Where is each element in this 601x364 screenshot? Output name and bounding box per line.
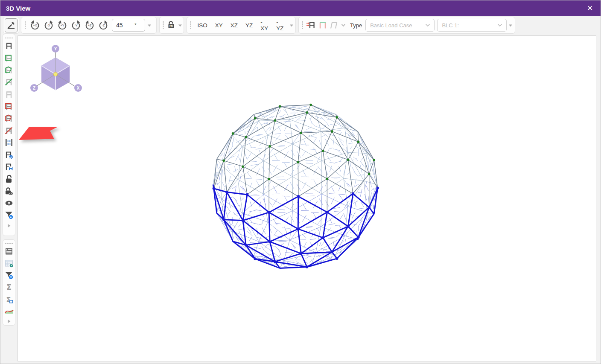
close-button[interactable]: ✕ [583,0,597,16]
sidebar-box-deselect[interactable] [3,101,15,112]
toolbar-group-settings [3,17,19,34]
load-display-dropdown[interactable] [508,17,514,33]
rotation-angle-field: ° [112,19,145,32]
panel-drag-handle[interactable] [5,37,13,39]
view-xz-button[interactable]: XZ [227,18,242,32]
view-minus-xy-button[interactable]: -XY [257,18,272,32]
sidebar-select-all-disabled[interactable] [3,89,15,100]
3d-view-window: 3D View ✕ +X [0,0,601,364]
lock-2d-dropdown[interactable] [177,17,183,33]
display-options-chevron[interactable] [340,17,347,33]
sidebar-sum-partial[interactable]: Σ [3,294,15,305]
svg-text:+Y: +Y [61,23,64,27]
sidebar-sum[interactable]: Σ [3,282,15,293]
chevron-down-icon [341,23,346,27]
toolbar: +X -X +Y [0,16,601,35]
frame-disabled-icon [4,90,14,99]
box-deselect-icon [4,102,14,111]
toolbar-group-views: ISO XY XZ YZ -XY -YZ [187,17,296,34]
sidebar-line-deselect[interactable] [3,125,15,136]
sidebar-box-select[interactable] [3,52,15,64]
group-drag-handle[interactable] [24,21,26,29]
rotate-cw-icon: -Y [70,20,82,31]
line-deselect-icon [4,126,14,135]
sidebar-invert-selection[interactable] [3,137,15,148]
show-mode-shape-button-disabled[interactable] [329,18,339,32]
load-case-type-combo[interactable]: Basic Load Case [365,19,435,32]
sidebar-filter-results[interactable] [3,270,15,281]
frame-gear-icon [4,150,14,160]
sidebar-filter-apply[interactable] [3,210,15,221]
svg-text:Σ: Σ [6,283,12,291]
window-title: 3D View [0,5,30,12]
rotate-minus-x-button[interactable]: -X [42,18,55,32]
view-iso-button[interactable]: ISO [193,18,211,32]
line-select-icon [4,77,14,87]
sidebar-selection-settings[interactable] [3,149,15,160]
rotate-plus-y-button[interactable]: +Y [55,18,69,32]
sidebar-lock-visible[interactable] [3,186,15,197]
svg-text:+X: +X [33,23,37,27]
view-yz-button[interactable]: YZ [242,18,257,32]
sidebar-expand-more-2[interactable] [3,318,15,325]
sidebar-diagram[interactable] [3,306,15,317]
frame-select-icon [4,41,14,50]
dropdown-arrow-icon [147,24,152,27]
rotate-cw-icon: -Z [98,20,109,31]
panel-drag-handle[interactable] [5,243,13,245]
svg-text:-Z: -Z [102,23,105,27]
dropdown-arrow-icon [508,24,513,27]
show-loads-button[interactable] [306,18,317,32]
invert-selection-icon [4,138,14,147]
rotate-options-dropdown[interactable] [146,17,153,33]
polygon-deselect-icon [4,114,14,123]
svg-text:-X: -X [47,23,50,27]
filter-download-icon [4,210,14,220]
lock-2d-icon: 2D [166,20,176,30]
chevron-down-icon [497,23,502,27]
rotate-plus-z-button[interactable]: +Z [83,18,96,32]
frame-save-icon [4,162,14,172]
sidebar-frame-select[interactable] [3,40,15,51]
blc-combo[interactable]: BLC 1: [437,19,506,32]
chevron-down-icon [425,23,430,27]
sidebar-save-selection[interactable] [3,161,15,172]
sidebar-unlock[interactable] [3,173,15,184]
title-bar: 3D View ✕ [0,0,601,16]
toolbar-group-rotate: +X -X +Y [21,17,157,34]
dropdown-arrow-icon [178,24,182,27]
rotate-ccw-icon: +Z [84,20,95,31]
sidebar-polygon-select[interactable] [3,64,15,76]
lock-2d-button[interactable]: 2D [166,18,176,32]
diagram-icon [4,306,14,316]
toolbar-group-2d-lock: 2D [159,17,184,34]
annotation-arrow [14,127,167,208]
views-dropdown[interactable] [289,17,295,33]
sidebar-visibility[interactable] [3,198,15,209]
ghost-frame-icon [329,20,338,30]
rotate-plus-x-button[interactable]: +X [28,18,42,32]
sidebar-table-disabled[interactable] [3,258,15,269]
group-drag-handle[interactable] [163,21,164,29]
view-minus-yz-button[interactable]: -YZ [272,18,288,32]
report-icon [4,247,14,256]
eye-icon [4,198,14,208]
view-settings-button[interactable] [5,18,18,32]
degree-unit: ° [134,22,137,28]
sidebar-report[interactable] [3,246,15,257]
view-xy-button[interactable]: XY [211,18,227,32]
sidebar-line-select[interactable] [3,76,15,87]
rotate-minus-z-button[interactable]: -Z [96,18,110,32]
expand-arrow-icon [6,319,12,324]
group-drag-handle[interactable] [302,21,303,29]
rotation-angle-input[interactable] [112,22,132,29]
rotate-minus-y-button[interactable]: -Y [69,18,83,32]
show-deflection-button[interactable] [317,18,329,32]
rotate-ccw-icon: +X [29,20,41,31]
sigma-icon: Σ [4,282,14,292]
group-drag-handle[interactable] [190,21,191,29]
viewport-3d[interactable]: Y Z X [18,35,596,361]
polygon-select-icon [4,65,14,75]
sidebar-polygon-deselect[interactable] [3,113,15,124]
sidebar-expand-more[interactable] [3,222,15,230]
